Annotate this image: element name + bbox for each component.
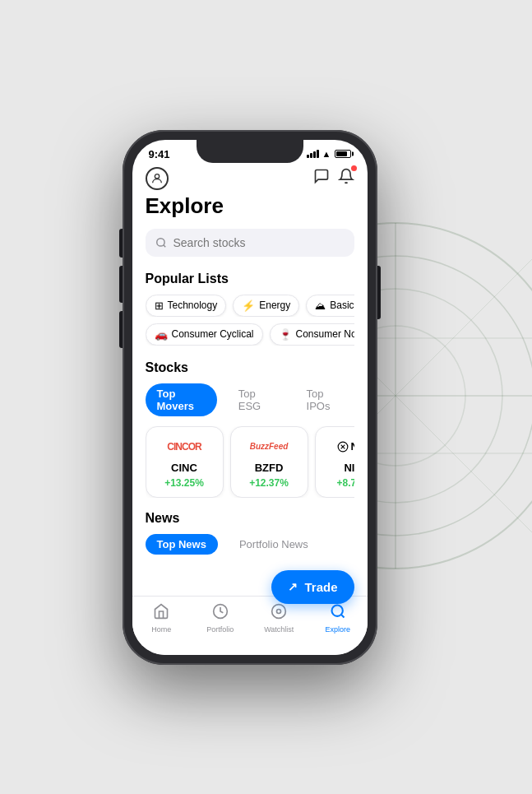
nio-ticker: NIO <box>344 462 354 474</box>
bzfd-change: +12.37% <box>249 477 289 489</box>
chip-energy-label: Energy <box>259 299 290 311</box>
trade-button-label: Trade <box>304 580 337 594</box>
energy-icon: ⚡ <box>242 299 255 312</box>
tab-portfolio-news[interactable]: Portfolio News <box>228 534 320 555</box>
phone-screen: 9:41 ▲ <box>132 140 368 655</box>
watchlist-nav-label: Watchlist <box>264 625 294 634</box>
nav-home[interactable]: Home <box>132 603 192 634</box>
page-title: Explore <box>146 193 354 219</box>
technology-icon: ⊞ <box>155 299 164 312</box>
chip-consumer-cyclical[interactable]: 🚗 Consumer Cyclical <box>146 323 263 346</box>
stock-card-bzfd[interactable]: BuzzFeed BZFD +12.37% <box>230 426 308 498</box>
chat-icon[interactable] <box>313 168 330 188</box>
stocks-title: Stocks <box>146 360 354 375</box>
basic-icon: ⛰ <box>315 299 326 312</box>
tab-top-esg[interactable]: Top ESG <box>227 383 285 416</box>
news-tabs: Top News Portfolio News <box>146 534 354 555</box>
nav-explore[interactable]: Explore <box>308 603 368 634</box>
chip-basic[interactable]: ⛰ Basic M <box>306 295 354 317</box>
notch <box>197 140 303 163</box>
cinc-ticker: CINC <box>171 462 197 474</box>
status-time: 9:41 <box>149 148 170 160</box>
svg-line-12 <box>163 244 165 247</box>
news-title: News <box>146 511 354 526</box>
bzfd-logo: BuzzFeed <box>250 435 289 458</box>
trade-button[interactable]: ↗ Trade <box>271 570 354 604</box>
chip-technology[interactable]: ⊞ Technology <box>146 295 227 317</box>
stock-cards-container: CINCOR CINC +13.25% BuzzFeed BZFD +12.37… <box>146 426 354 498</box>
cinc-change: +13.25% <box>164 477 204 489</box>
signal-icon <box>307 150 319 158</box>
chip-consumer-non-cy[interactable]: 🍷 Consumer Non-Cy <box>270 323 354 346</box>
chip-consumer-cyclical-label: Consumer Cyclical <box>172 328 254 340</box>
stock-card-cinc[interactable]: CINCOR CINC +13.25% <box>146 426 224 498</box>
nav-watchlist[interactable]: Watchlist <box>250 603 309 634</box>
popular-lists-title: Popular Lists <box>146 272 354 286</box>
phone-device: 9:41 ▲ <box>123 130 377 665</box>
portfolio-nav-icon <box>212 603 229 624</box>
volume-up-button <box>119 266 123 303</box>
notification-badge <box>351 165 357 171</box>
chips-row-1: ⊞ Technology ⚡ Energy ⛰ Basic M <box>146 295 354 317</box>
battery-icon <box>335 150 351 158</box>
search-icon <box>155 237 167 248</box>
bottom-navigation: Home Portfolio Watchlist <box>132 596 368 655</box>
home-nav-label: Home <box>151 625 171 634</box>
svg-line-18 <box>341 614 345 617</box>
volume-down-button <box>119 311 123 348</box>
tab-top-movers[interactable]: Top Movers <box>146 383 217 416</box>
portfolio-nav-label: Portfolio <box>206 625 234 634</box>
trade-arrows-icon: ↗ <box>288 580 298 593</box>
search-input[interactable] <box>173 236 345 249</box>
wifi-icon: ▲ <box>322 149 331 159</box>
news-section: News Top News Portfolio News <box>146 511 354 555</box>
chip-technology-label: Technology <box>168 299 218 311</box>
stock-card-nio[interactable]: NIO NIO +8.70% <box>315 426 354 498</box>
power-button <box>377 266 381 319</box>
chip-energy[interactable]: ⚡ Energy <box>233 295 299 317</box>
svg-point-17 <box>331 605 342 615</box>
chips-row-2: 🚗 Consumer Cyclical 🍷 Consumer Non-Cy <box>146 323 354 346</box>
popular-lists-section: Popular Lists ⊞ Technology ⚡ Energy ⛰ Ba… <box>146 272 354 346</box>
svg-point-11 <box>156 238 164 245</box>
status-icons: ▲ <box>307 149 351 159</box>
explore-nav-label: Explore <box>325 625 350 634</box>
tab-top-ipos[interactable]: Top IPOs <box>295 383 354 416</box>
stocks-section: Stocks Top Movers Top ESG Top IPOs CINCO… <box>146 360 354 498</box>
nio-logo: NIO <box>337 435 354 458</box>
chip-basic-label: Basic M <box>330 299 354 311</box>
watchlist-nav-icon <box>271 603 287 624</box>
bzfd-ticker: BZFD <box>255 462 284 474</box>
main-content: Explore Popular Lists ⊞ Technology <box>132 193 368 610</box>
search-bar[interactable] <box>146 229 354 257</box>
stocks-tabs: Top Movers Top ESG Top IPOs <box>146 383 354 416</box>
bell-icon[interactable] <box>338 168 354 188</box>
header-action-icons <box>313 168 354 188</box>
consumer-cyclical-icon: 🚗 <box>155 328 168 341</box>
chip-consumer-non-cy-label: Consumer Non-Cy <box>296 328 354 340</box>
consumer-non-cy-icon: 🍷 <box>279 328 292 341</box>
cinc-logo: CINCOR <box>167 435 201 458</box>
explore-nav-icon <box>330 603 346 624</box>
nav-portfolio[interactable]: Portfolio <box>191 603 250 634</box>
home-nav-icon <box>153 603 169 624</box>
tab-top-news[interactable]: Top News <box>146 534 218 555</box>
svg-point-16 <box>277 609 281 613</box>
nio-change: +8.70% <box>336 477 354 489</box>
header-icons <box>132 164 368 193</box>
avatar-icon[interactable] <box>146 167 169 190</box>
svg-point-15 <box>272 604 286 618</box>
svg-point-10 <box>155 174 159 178</box>
